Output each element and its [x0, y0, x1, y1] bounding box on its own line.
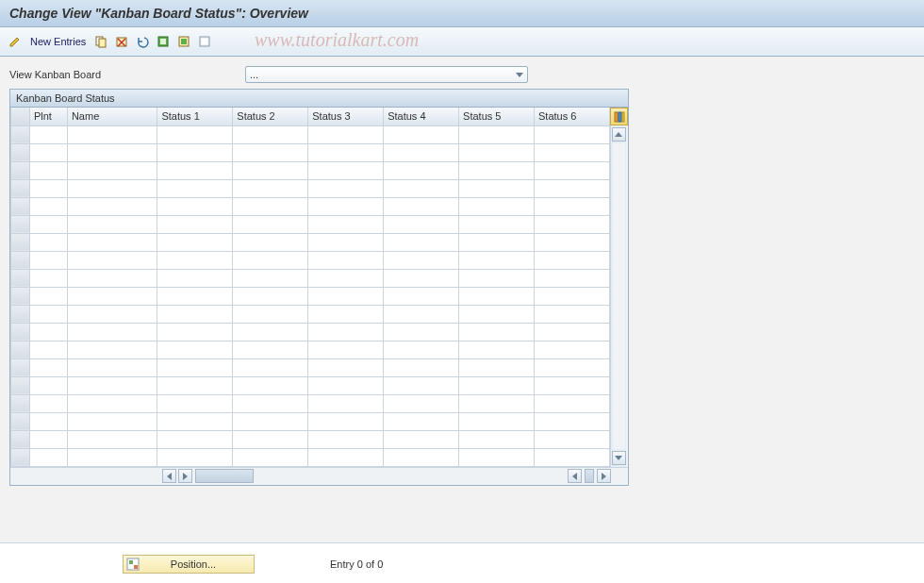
- grid-cell[interactable]: [308, 233, 384, 251]
- grid-cell[interactable]: [157, 305, 233, 323]
- row-selector[interactable]: [11, 430, 30, 448]
- grid-cell[interactable]: [459, 287, 535, 305]
- grid-cell[interactable]: [157, 394, 233, 412]
- grid-cell[interactable]: [459, 125, 535, 143]
- row-selector[interactable]: [11, 269, 30, 287]
- column-header[interactable]: Status 6: [535, 108, 610, 125]
- grid-cell[interactable]: [535, 358, 610, 376]
- grid-cell[interactable]: [384, 394, 459, 412]
- grid-cell[interactable]: [459, 448, 535, 466]
- grid-cell[interactable]: [535, 161, 610, 179]
- table-row[interactable]: [11, 125, 610, 143]
- grid-cell[interactable]: [233, 287, 308, 305]
- grid-cell[interactable]: [308, 323, 384, 341]
- grid-cell[interactable]: [535, 430, 610, 448]
- grid-cell[interactable]: [459, 269, 535, 287]
- vertical-scrollbar[interactable]: [610, 125, 626, 467]
- grid-cell[interactable]: [233, 143, 308, 161]
- table-row[interactable]: [11, 179, 610, 197]
- grid-cell[interactable]: [384, 287, 459, 305]
- table-row[interactable]: [11, 376, 610, 394]
- grid-cell[interactable]: [459, 161, 535, 179]
- grid-cell[interactable]: [29, 323, 67, 341]
- column-header[interactable]: Name: [67, 108, 157, 125]
- table-row[interactable]: [11, 197, 610, 215]
- grid-cell[interactable]: [384, 376, 459, 394]
- grid-cell[interactable]: [308, 376, 384, 394]
- grid-cell[interactable]: [233, 125, 308, 143]
- grid-cell[interactable]: [384, 305, 459, 323]
- grid-cell[interactable]: [308, 448, 384, 466]
- grid-cell[interactable]: [459, 197, 535, 215]
- undo-icon[interactable]: [135, 34, 150, 49]
- table-row[interactable]: [11, 251, 610, 269]
- row-selector[interactable]: [11, 161, 30, 179]
- grid-cell[interactable]: [384, 233, 459, 251]
- grid-cell[interactable]: [233, 305, 308, 323]
- grid-cell[interactable]: [384, 215, 459, 233]
- row-selector[interactable]: [11, 287, 30, 305]
- copy-icon[interactable]: [93, 34, 108, 49]
- column-header[interactable]: Status 1: [157, 108, 233, 125]
- grid-cell[interactable]: [233, 179, 308, 197]
- grid-cell[interactable]: [29, 430, 67, 448]
- select-all-icon[interactable]: [156, 34, 171, 49]
- grid-cell[interactable]: [384, 341, 459, 358]
- grid-cell[interactable]: [308, 305, 384, 323]
- grid-cell[interactable]: [308, 394, 384, 412]
- grid-cell[interactable]: [535, 251, 610, 269]
- grid-cell[interactable]: [535, 341, 610, 358]
- grid-cell[interactable]: [535, 179, 610, 197]
- grid-cell[interactable]: [308, 430, 384, 448]
- grid-cell[interactable]: [157, 341, 233, 358]
- grid-cell[interactable]: [459, 233, 535, 251]
- grid-cell[interactable]: [535, 323, 610, 341]
- grid-cell[interactable]: [384, 323, 459, 341]
- grid-cell[interactable]: [384, 161, 459, 179]
- grid-cell[interactable]: [233, 161, 308, 179]
- grid-cell[interactable]: [384, 179, 459, 197]
- grid-cell[interactable]: [157, 125, 233, 143]
- grid-cell[interactable]: [535, 197, 610, 215]
- grid-cell[interactable]: [233, 341, 308, 358]
- grid-cell[interactable]: [459, 305, 535, 323]
- grid-cell[interactable]: [233, 358, 308, 376]
- grid-cell[interactable]: [67, 251, 157, 269]
- grid-cell[interactable]: [459, 215, 535, 233]
- grid-cell[interactable]: [459, 394, 535, 412]
- grid-cell[interactable]: [384, 143, 459, 161]
- grid-cell[interactable]: [459, 358, 535, 376]
- grid-cell[interactable]: [384, 448, 459, 466]
- grid-cell[interactable]: [308, 215, 384, 233]
- scroll-up-button[interactable]: [612, 127, 626, 142]
- select-block-icon[interactable]: [176, 34, 191, 49]
- grid-cell[interactable]: [535, 287, 610, 305]
- grid-cell[interactable]: [29, 197, 67, 215]
- table-row[interactable]: [11, 233, 610, 251]
- grid-cell[interactable]: [67, 448, 157, 466]
- deselect-all-icon[interactable]: [197, 34, 212, 49]
- table-row[interactable]: [11, 143, 610, 161]
- row-selector-header[interactable]: [11, 108, 30, 125]
- grid-cell[interactable]: [67, 287, 157, 305]
- row-selector[interactable]: [11, 125, 30, 143]
- grid-cell[interactable]: [29, 448, 67, 466]
- horizontal-scrollbar[interactable]: [10, 467, 628, 485]
- row-selector[interactable]: [11, 358, 30, 376]
- grid-cell[interactable]: [157, 161, 233, 179]
- table-row[interactable]: [11, 323, 610, 341]
- grid-cell[interactable]: [535, 143, 610, 161]
- grid-cell[interactable]: [29, 394, 67, 412]
- grid-cell[interactable]: [233, 251, 308, 269]
- grid-cell[interactable]: [29, 358, 67, 376]
- grid-cell[interactable]: [157, 215, 233, 233]
- grid-cell[interactable]: [459, 430, 535, 448]
- grid-cell[interactable]: [459, 323, 535, 341]
- table-row[interactable]: [11, 448, 610, 466]
- scroll-down-button[interactable]: [612, 451, 626, 465]
- scroll-track[interactable]: [613, 143, 625, 449]
- grid-cell[interactable]: [67, 197, 157, 215]
- column-header[interactable]: Status 2: [233, 108, 308, 125]
- grid-cell[interactable]: [157, 430, 233, 448]
- grid-cell[interactable]: [308, 341, 384, 358]
